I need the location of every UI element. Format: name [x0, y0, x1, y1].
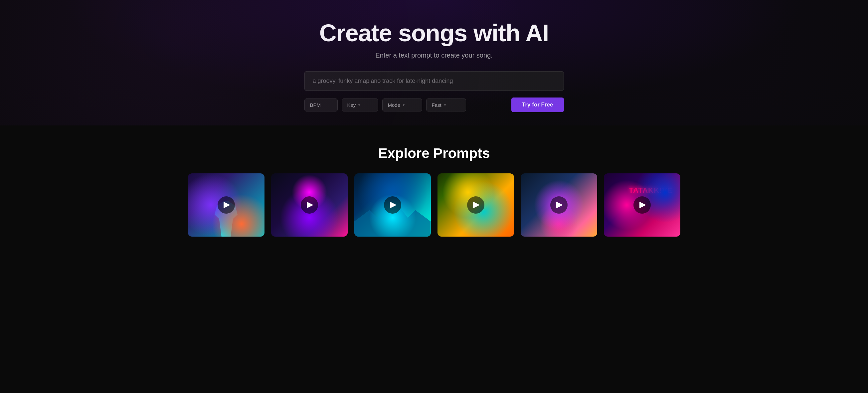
prompt-card-3[interactable] — [354, 173, 431, 237]
explore-title: Explore Prompts — [13, 145, 855, 161]
prompt-input-container — [304, 71, 564, 91]
mode-label: Mode — [388, 102, 401, 108]
try-free-button[interactable]: Try for Free — [512, 97, 564, 112]
key-label: Key — [347, 102, 356, 108]
play-icon-3 — [390, 202, 397, 208]
bpm-selector[interactable]: BPM — [304, 98, 338, 112]
card-5-play-button[interactable] — [550, 196, 567, 214]
prompt-card-5[interactable] — [521, 173, 597, 237]
play-icon-2 — [307, 202, 313, 208]
key-selector[interactable]: Key ▾ — [342, 98, 378, 112]
page-title: Create songs with AI — [319, 20, 549, 46]
bpm-label: BPM — [310, 102, 321, 108]
neon-text: TATAKK!VE — [629, 186, 672, 195]
mode-selector[interactable]: Mode ▾ — [382, 98, 422, 112]
card-1-play-button[interactable] — [218, 196, 235, 214]
prompt-card-1[interactable] — [188, 173, 265, 237]
mode-chevron-icon: ▾ — [403, 103, 405, 107]
play-icon-5 — [556, 202, 563, 208]
hero-section: Create songs with AI Enter a text prompt… — [0, 0, 868, 125]
prompt-card-6[interactable]: TATAKK!VE — [604, 173, 680, 237]
prompt-card-2[interactable] — [271, 173, 348, 237]
page-subtitle: Enter a text prompt to create your song. — [375, 52, 492, 59]
card-6-play-button[interactable] — [633, 196, 651, 214]
speed-chevron-icon: ▾ — [444, 103, 446, 107]
explore-section: Explore Prompts — [0, 125, 868, 250]
card-3-play-button[interactable] — [384, 196, 401, 214]
speed-selector[interactable]: Fast ▾ — [426, 98, 466, 112]
card-2-play-button[interactable] — [301, 196, 318, 214]
key-chevron-icon: ▾ — [358, 103, 360, 107]
play-icon-4 — [473, 202, 480, 208]
prompts-grid: TATAKK!VE — [13, 173, 855, 237]
controls-row: BPM Key ▾ Mode ▾ Fast ▾ Try for Free — [304, 97, 564, 112]
card-4-play-button[interactable] — [467, 196, 485, 214]
play-icon-6 — [640, 202, 646, 208]
prompt-input[interactable] — [304, 71, 564, 91]
play-icon-1 — [224, 202, 230, 208]
prompt-card-4[interactable] — [437, 173, 514, 237]
speed-label: Fast — [432, 102, 441, 108]
